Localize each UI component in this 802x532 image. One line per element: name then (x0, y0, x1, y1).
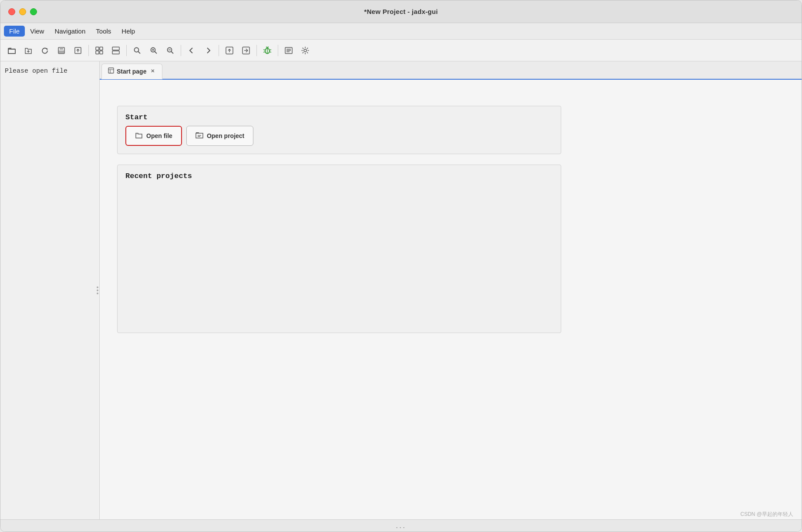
start-page-content: Start Open file (100, 80, 802, 519)
search-toolbar-btn[interactable] (129, 43, 145, 58)
add-file-toolbar-btn[interactable] (20, 43, 36, 58)
recent-projects-list (118, 185, 561, 333)
save-toolbar-btn[interactable] (54, 43, 69, 58)
resizer-dot-1 (97, 286, 98, 288)
reload-toolbar-btn[interactable] (37, 43, 53, 58)
svg-rect-10 (96, 51, 99, 54)
tab-label: Start page (117, 68, 146, 75)
grid-view-icon (111, 46, 120, 55)
open-file-toolbar-btn[interactable] (4, 43, 20, 58)
save-icon (57, 46, 66, 55)
svg-line-30 (263, 50, 265, 50)
menu-item-tools[interactable]: Tools (91, 26, 116, 37)
export-toolbar-btn[interactable] (70, 43, 86, 58)
debug-toolbar-btn[interactable] (259, 43, 275, 58)
jump-toolbar-btn[interactable] (238, 43, 254, 58)
menu-item-help[interactable]: Help (116, 26, 140, 37)
reload-icon (40, 46, 49, 55)
sync-view-icon (95, 46, 104, 55)
open-file-btn-icon (135, 131, 143, 141)
title-bar: *New Project - jadx-gui (0, 0, 802, 23)
forward-icon (204, 46, 212, 55)
tab-icon (108, 67, 114, 75)
start-section-title: Start (118, 106, 561, 126)
svg-rect-6 (59, 51, 64, 53)
svg-point-39 (304, 49, 307, 52)
start-section: Start Open file (117, 106, 561, 154)
bottom-bar: ... (0, 519, 802, 532)
minimize-button[interactable] (19, 8, 26, 15)
svg-rect-5 (60, 47, 63, 50)
back-icon (187, 46, 196, 55)
zoom-in-toolbar-btn[interactable] (146, 43, 162, 58)
toolbar-sep-3 (181, 45, 181, 56)
svg-rect-40 (108, 68, 114, 73)
log-icon (284, 46, 293, 55)
toolbar-sep-2 (126, 45, 127, 56)
open-project-btn-icon (195, 131, 203, 141)
zoom-out-icon (166, 46, 175, 55)
maximize-button[interactable] (30, 8, 37, 15)
svg-marker-3 (47, 48, 48, 50)
svg-line-31 (263, 52, 265, 52)
resizer-dot-3 (97, 293, 98, 294)
export-icon (74, 46, 82, 55)
toolbar-sep-4 (219, 45, 219, 56)
main-area: Please open file Start page ✕ (0, 61, 802, 519)
open-project-btn-label: Open project (207, 132, 244, 139)
tab-start-page[interactable]: Start page ✕ (101, 64, 162, 79)
svg-line-21 (172, 51, 174, 54)
forward-toolbar-btn[interactable] (200, 43, 216, 58)
sidebar-resizer[interactable] (96, 285, 99, 296)
close-button[interactable] (8, 8, 15, 15)
zoom-out-toolbar-btn[interactable] (162, 43, 178, 58)
svg-line-32 (270, 50, 271, 50)
start-section-buttons: Open file Open project (118, 126, 561, 154)
jump-icon (242, 46, 250, 55)
open-file-btn[interactable]: Open file (125, 126, 182, 146)
add-file-icon (24, 46, 33, 55)
open-file-icon (7, 46, 16, 55)
settings-icon (301, 46, 310, 55)
open-file-btn-label: Open file (146, 132, 172, 139)
resizer-dot-2 (97, 290, 98, 291)
traffic-lights (8, 8, 37, 15)
log-toolbar-btn[interactable] (281, 43, 297, 58)
tab-close-btn[interactable]: ✕ (149, 68, 156, 75)
menu-item-navigation[interactable]: Navigation (49, 26, 91, 37)
svg-line-15 (138, 51, 141, 54)
tabs-bar: Start page ✕ (100, 61, 802, 80)
sync-view-toolbar-btn[interactable] (91, 43, 107, 58)
toolbar (0, 40, 802, 61)
svg-rect-8 (96, 47, 99, 50)
window-title: *New Project - jadx-gui (364, 8, 438, 15)
menu-item-view[interactable]: View (25, 26, 49, 37)
bug-icon (263, 46, 272, 55)
recent-section-title: Recent projects (118, 165, 561, 185)
sidebar: Please open file (0, 61, 100, 519)
grid-view-toolbar-btn[interactable] (108, 43, 124, 58)
svg-line-17 (155, 51, 157, 54)
bottom-dots: ... (396, 521, 406, 530)
svg-rect-13 (112, 51, 119, 54)
content-area: Start page ✕ Start Open f (100, 61, 802, 519)
settings-toolbar-btn[interactable] (297, 43, 313, 58)
svg-rect-12 (112, 47, 119, 50)
svg-rect-11 (100, 51, 103, 54)
svg-rect-9 (100, 47, 103, 50)
jump-def-icon (225, 46, 234, 55)
toolbar-sep-5 (256, 45, 257, 56)
svg-line-33 (270, 52, 271, 52)
recent-section: Recent projects (117, 165, 561, 333)
sidebar-placeholder: Please open file (0, 61, 99, 81)
svg-point-14 (135, 47, 139, 52)
open-project-btn[interactable]: Open project (186, 126, 253, 146)
search-icon (133, 46, 142, 55)
back-toolbar-btn[interactable] (184, 43, 199, 58)
toolbar-sep-1 (88, 45, 89, 56)
toolbar-sep-6 (278, 45, 278, 56)
menu-item-file[interactable]: File (4, 26, 25, 37)
zoom-in-icon (149, 46, 158, 55)
jump-def-toolbar-btn[interactable] (222, 43, 237, 58)
menu-bar: File View Navigation Tools Help (0, 23, 802, 40)
